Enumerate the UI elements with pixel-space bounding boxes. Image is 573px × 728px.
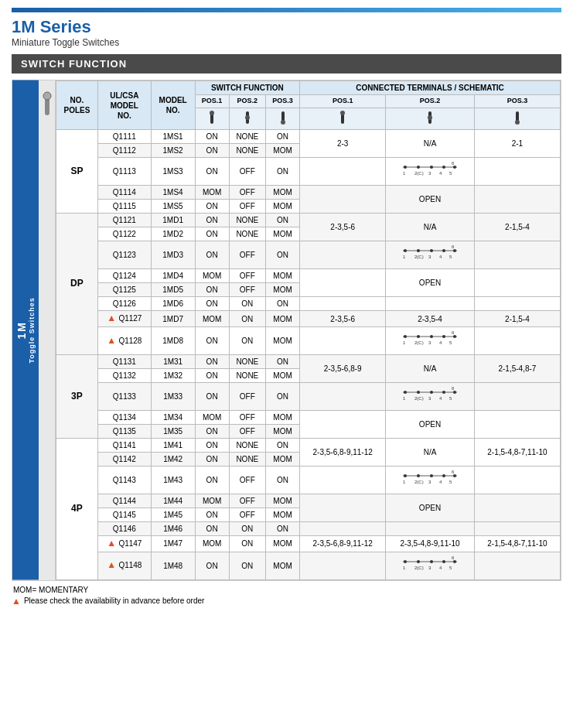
cell-model: 1M44 (151, 494, 195, 508)
cell-pos3: MOM (266, 269, 300, 283)
th-icon-pos3 (266, 108, 300, 130)
cell-pos3: MOM (266, 452, 300, 466)
cell-model: 1M32 (151, 368, 195, 382)
svg-point-55 (453, 391, 456, 394)
table-row: Q11131MS3ONOFFON 1 2(C) 3 4 5 6 (56, 158, 561, 186)
th-term-pos2: POS.2 (386, 95, 475, 108)
cell-pos1: ON (195, 424, 229, 438)
cell-term2: N/A (386, 438, 475, 466)
svg-point-15 (404, 166, 407, 169)
cell-term1 (300, 297, 386, 311)
th-switch-fn: SWITCH FUNCTION (195, 81, 300, 95)
cell-pos1: ON (195, 552, 229, 579)
toggle-switch-icon (40, 88, 54, 119)
th-icon-pos2 (229, 108, 265, 130)
cell-term2: 1 2(C) 3 4 5 6 (386, 552, 475, 579)
cell-term2: 1 2(C) 3 4 5 6 (386, 326, 475, 354)
svg-point-18 (442, 166, 445, 169)
cell-model: 1M42 (151, 452, 195, 466)
cell-pos3: MOM (266, 200, 300, 214)
table-row: Q11141MS4MOMOFFMOMOPEN (56, 186, 561, 200)
cell-ulcsa: ▲ Q1127 (97, 311, 151, 327)
cell-term1 (300, 410, 386, 438)
cell-term2 (386, 297, 475, 311)
table-row: ▲ Q11481M48ONONMOM 1 2(C) 3 4 5 6 (56, 552, 561, 579)
svg-point-30 (442, 249, 445, 252)
cell-ulcsa: Q1133 (97, 382, 151, 410)
cell-pos1: MOM (195, 535, 229, 552)
cell-pos2: NONE (229, 452, 265, 466)
cell-pos1: ON (195, 368, 229, 382)
cell-term2 (386, 521, 475, 535)
cell-ulcsa: Q1124 (97, 269, 151, 283)
cell-pos3: MOM (266, 494, 300, 508)
table-row: Q11231MD3ONOFFON 1 2(C) 3 4 5 6 (56, 241, 561, 269)
svg-text:1: 1 (403, 255, 406, 259)
cell-term3: 2-1,5-4,8-7 (474, 354, 560, 382)
svg-text:2(C): 2(C) (414, 171, 424, 176)
footer-warn-text: Please check the availability in advance… (24, 596, 204, 605)
cell-model: 1M46 (151, 521, 195, 535)
cell-pos3: MOM (266, 368, 300, 382)
svg-text:3: 3 (428, 396, 431, 401)
svg-text:1: 1 (403, 396, 406, 401)
th-pos3: POS.3 (266, 95, 300, 108)
cell-pos3: MOM (266, 410, 300, 424)
cell-pos3: ON (266, 382, 300, 410)
svg-point-41 (430, 335, 433, 338)
cell-pos2: NONE (229, 438, 265, 452)
cell-pos1: ON (195, 297, 229, 311)
cell-ulcsa: Q1111 (97, 130, 151, 144)
header-subtitle: Miniature Toggle Switches (12, 37, 561, 48)
svg-point-78 (442, 560, 445, 563)
cell-ulcsa: Q1114 (97, 186, 151, 200)
svg-text:6: 6 (452, 330, 455, 335)
table-row: Q11241MD4MOMOFFMOMOPEN (56, 269, 561, 283)
th-pos2: POS.2 (229, 95, 265, 108)
cell-pos2: ON (229, 552, 265, 579)
svg-point-9 (340, 111, 345, 115)
cell-pos1: ON (195, 227, 229, 241)
cell-ulcsa: Q1134 (97, 410, 151, 424)
cell-term3: 2-1,5-4,8-7,11-10 (474, 438, 560, 466)
cell-pos2: OFF (229, 508, 265, 521)
svg-point-31 (453, 249, 456, 252)
type-label: Toggle Switches (28, 297, 36, 363)
table-row: 3PQ11311M31ONNONEON2-3,5-6,8-9N/A2-1,5-4… (56, 354, 561, 368)
cell-pos2: OFF (229, 283, 265, 297)
cell-ulcsa: Q1141 (97, 438, 151, 452)
cell-term1 (300, 521, 386, 535)
cell-pos3: MOM (266, 311, 300, 327)
cell-pos1: ON (195, 283, 229, 297)
cell-term2: 2-3,5-4 (386, 311, 475, 327)
svg-text:3: 3 (428, 340, 431, 345)
cell-ulcsa: Q1146 (97, 521, 151, 535)
cell-term3 (474, 382, 560, 410)
cell-ulcsa: Q1142 (97, 452, 151, 466)
cell-model: 1M48 (151, 552, 195, 579)
svg-text:5: 5 (449, 480, 452, 484)
cell-poles: DP (56, 214, 98, 355)
svg-text:4: 4 (439, 396, 442, 401)
svg-text:1: 1 (403, 171, 406, 176)
cell-pos2: OFF (229, 269, 265, 283)
svg-text:3: 3 (428, 480, 431, 484)
cell-poles: SP (56, 130, 98, 214)
table-row: SPQ11111MS1ONNONEON2-3N/A2-1 (56, 130, 561, 144)
cell-pos2: NONE (229, 227, 265, 241)
cell-pos2: NONE (229, 130, 265, 144)
cell-term3 (474, 552, 560, 579)
cell-pos2: OFF (229, 158, 265, 186)
svg-point-52 (417, 391, 420, 394)
cell-term3 (474, 466, 560, 494)
cell-pos3: ON (266, 158, 300, 186)
cell-model: 1MD3 (151, 241, 195, 269)
svg-point-63 (404, 474, 407, 477)
cell-poles: 3P (56, 354, 98, 438)
cell-pos2: OFF (229, 410, 265, 424)
th-icon-term1 (300, 108, 386, 130)
th-no-poles: NO.POLES (56, 81, 98, 130)
svg-point-3 (210, 111, 214, 115)
cell-ulcsa: Q1113 (97, 158, 151, 186)
svg-point-53 (430, 391, 433, 394)
